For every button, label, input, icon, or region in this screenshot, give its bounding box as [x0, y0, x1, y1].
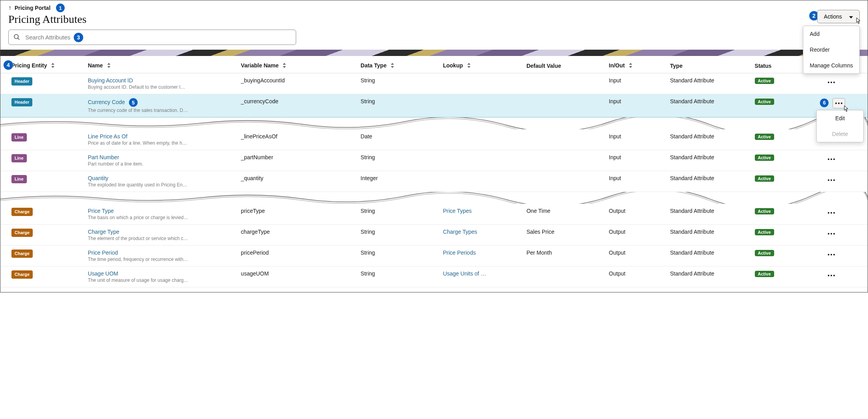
row-kebab-icon[interactable] — [825, 175, 838, 185]
cell-variable-name: _linePriceAsOf — [237, 129, 357, 150]
attribute-name-link[interactable]: Price Type — [88, 208, 233, 214]
table-row[interactable]: ChargePrice Period The time period, freq… — [0, 246, 868, 266]
cell-lookup[interactable]: Usage Units of … — [439, 266, 523, 287]
svg-point-17 — [828, 212, 829, 214]
attribute-name-link[interactable]: Buying Account ID — [88, 77, 233, 84]
callout-1: 1 — [56, 4, 65, 12]
cell-data-type: String — [357, 73, 439, 94]
cell-data-type: String — [357, 150, 439, 171]
table-row[interactable]: LinePart Number Part number of a line it… — [0, 150, 868, 171]
svg-point-21 — [831, 233, 832, 235]
entity-badge: Charge — [11, 229, 33, 237]
cell-in-out: Input — [605, 73, 666, 94]
svg-point-26 — [828, 275, 829, 276]
cell-data-type: String — [357, 266, 439, 287]
callout-5: 5 — [129, 98, 138, 107]
cell-in-out: Input — [605, 129, 666, 150]
cell-variable-name: chargeType — [237, 225, 357, 246]
status-badge: Active — [755, 78, 774, 84]
th-variable-name[interactable]: Variable Name — [237, 57, 357, 73]
cell-in-out: Output — [605, 246, 666, 266]
search-wrap: 3 — [8, 30, 296, 45]
search-input[interactable] — [8, 30, 296, 45]
attribute-description: The time period, frequency or recurrence… — [88, 257, 189, 262]
th-pricing-entity[interactable]: 4 Pricing Entity — [0, 57, 84, 73]
th-lookup[interactable]: Lookup — [439, 57, 523, 73]
breadcrumb[interactable]: ↑ Pricing Portal 1 — [8, 4, 860, 12]
th-name[interactable]: Name — [84, 57, 237, 73]
th-in-out[interactable]: In/Out — [605, 57, 666, 73]
attribute-name-link[interactable]: Part Number — [88, 154, 233, 160]
cell-status: Active — [751, 150, 795, 171]
cell-row-menu — [795, 266, 868, 287]
table-row[interactable]: ChargeCharge Type The element of the pro… — [0, 225, 868, 246]
status-badge: Active — [755, 271, 774, 277]
actions-button-label: Actions — [824, 13, 842, 20]
row-kebab-icon[interactable] — [825, 250, 838, 260]
row-kebab-icon[interactable] — [825, 77, 838, 88]
cell-default-value: Per Month — [523, 246, 605, 266]
sort-icon — [390, 63, 394, 69]
svg-point-20 — [828, 233, 829, 235]
cell-type: Standard Attribute — [666, 266, 751, 287]
svg-point-25 — [833, 254, 835, 255]
actions-button[interactable]: Actions — [817, 10, 860, 23]
svg-point-11 — [828, 158, 829, 160]
actions-menu-manage-columns[interactable]: Manage Columns — [803, 58, 859, 73]
actions-menu-reorder[interactable]: Reorder — [803, 42, 859, 58]
row-kebab-icon[interactable] — [825, 229, 838, 239]
actions-menu-add[interactable]: Add — [803, 26, 859, 42]
row-kebab-icon[interactable] — [825, 154, 838, 164]
row-menu-edit[interactable]: Edit — [817, 110, 863, 126]
table-row[interactable]: ChargePrice Type The basis on which a pr… — [0, 204, 868, 225]
cell-type: Standard Attribute — [666, 150, 751, 171]
cell-lookup[interactable]: Price Types — [439, 204, 523, 225]
lookup-link[interactable]: Usage Units of … — [443, 270, 486, 277]
svg-point-18 — [831, 212, 832, 214]
cell-variable-name: usageUOM — [237, 266, 357, 287]
callout-6: 6 — [820, 99, 829, 107]
svg-point-27 — [831, 275, 832, 276]
attribute-name-link[interactable]: Line Price As Of — [88, 133, 233, 140]
status-badge: Active — [755, 99, 774, 105]
table-row[interactable]: HeaderCurrency Code 5 The currency code … — [0, 94, 868, 117]
attribute-description: The basis on which a price or charge is … — [88, 215, 189, 220]
cell-lookup[interactable]: Price Periods — [439, 246, 523, 266]
th-data-type[interactable]: Data Type — [357, 57, 439, 73]
table-row[interactable]: LineQuantity The exploded line quantity … — [0, 171, 868, 192]
entity-badge: Charge — [11, 250, 33, 258]
table-header: 4 Pricing Entity Name Variable Name — [0, 57, 868, 73]
row-kebab-icon[interactable] — [833, 98, 845, 108]
cell-in-out: Output — [605, 225, 666, 246]
attribute-name-link[interactable]: Currency Code 5 — [88, 98, 233, 107]
table-row[interactable]: LineLine Price As Of Price as of date fo… — [0, 129, 868, 150]
sort-icon — [467, 63, 471, 69]
table-row[interactable]: HeaderBuying Account ID Buying account I… — [0, 73, 868, 94]
entity-badge: Header — [11, 77, 32, 86]
cell-variable-name: _buyingAccountId — [237, 73, 357, 94]
cell-lookup — [439, 129, 523, 150]
cell-data-type: Integer — [357, 171, 439, 192]
cell-default-value — [523, 94, 605, 117]
lookup-link[interactable]: Charge Types — [443, 229, 477, 235]
attribute-name-link[interactable]: Quantity — [88, 175, 233, 181]
svg-point-22 — [833, 233, 835, 235]
svg-point-13 — [833, 158, 835, 160]
lookup-link[interactable]: Price Types — [443, 208, 472, 214]
cell-lookup[interactable]: Charge Types — [439, 225, 523, 246]
svg-point-0 — [14, 34, 19, 39]
attribute-name-link[interactable]: Price Period — [88, 250, 233, 256]
cell-data-type: String — [357, 225, 439, 246]
row-menu-delete: Delete — [817, 126, 863, 142]
row-kebab-icon[interactable] — [825, 208, 838, 218]
lookup-link[interactable]: Price Periods — [443, 250, 476, 256]
cell-default-value — [523, 129, 605, 150]
attribute-name-link[interactable]: Charge Type — [88, 229, 233, 235]
attribute-name-link[interactable]: Usage UOM — [88, 270, 233, 277]
row-kebab-icon[interactable] — [825, 270, 838, 281]
table-row[interactable]: ChargeUsage UOM The unit of measure of u… — [0, 266, 868, 287]
svg-point-19 — [833, 212, 835, 214]
entity-badge: Charge — [11, 208, 33, 216]
sort-icon — [629, 63, 633, 69]
attributes-table: 4 Pricing Entity Name Variable Name — [0, 57, 868, 287]
